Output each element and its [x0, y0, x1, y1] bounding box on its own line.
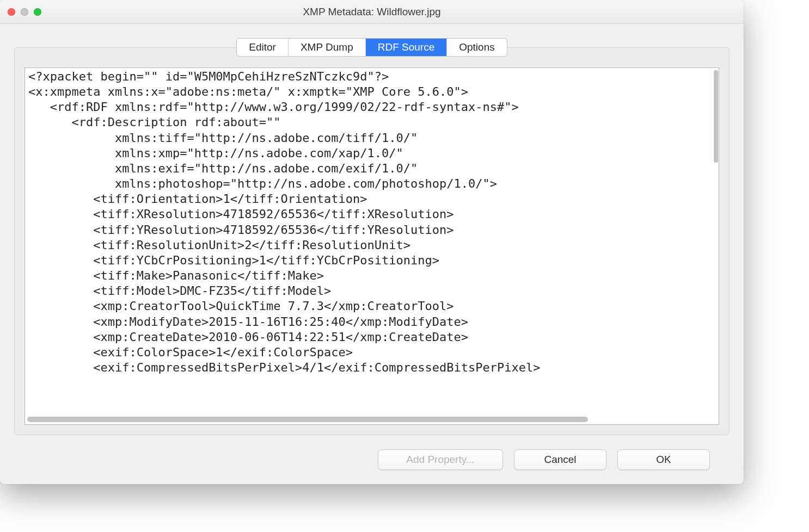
source-container: <?xpacket begin="" id="W5M0MpCehiHzreSzN…	[24, 67, 719, 425]
dialog-body: Editor XMP Dump RDF Source Options <?xpa…	[0, 24, 744, 484]
zoom-icon[interactable]	[34, 8, 41, 16]
titlebar: XMP Metadata: Wildflower.jpg	[0, 0, 744, 24]
button-bar: Add Property... Cancel OK	[14, 435, 730, 484]
content-panel: <?xpacket begin="" id="W5M0MpCehiHzreSzN…	[14, 47, 730, 435]
add-property-button: Add Property...	[378, 449, 503, 470]
tab-editor[interactable]: Editor	[237, 39, 289, 56]
window-controls	[8, 8, 41, 16]
tab-xmp-dump[interactable]: XMP Dump	[289, 39, 366, 56]
tab-bar: Editor XMP Dump RDF Source Options	[14, 38, 730, 57]
window-title: XMP Metadata: Wildflower.jpg	[303, 6, 440, 18]
cancel-button[interactable]: Cancel	[514, 449, 606, 470]
scroll-thumb-vertical[interactable]	[714, 70, 718, 163]
ok-button[interactable]: OK	[617, 449, 710, 470]
tab-options[interactable]: Options	[447, 39, 506, 56]
tab-rdf-source[interactable]: RDF Source	[366, 39, 448, 56]
minimize-icon	[21, 8, 28, 16]
segmented-control: Editor XMP Dump RDF Source Options	[236, 38, 507, 57]
vertical-scrollbar[interactable]	[713, 68, 719, 424]
horizontal-scrollbar[interactable]	[27, 416, 711, 423]
rdf-source-text[interactable]: <?xpacket begin="" id="W5M0MpCehiHzreSzN…	[25, 68, 713, 424]
xmp-metadata-window: XMP Metadata: Wildflower.jpg Editor XMP …	[0, 0, 744, 484]
scroll-thumb-horizontal[interactable]	[27, 417, 588, 422]
close-icon[interactable]	[8, 8, 15, 16]
